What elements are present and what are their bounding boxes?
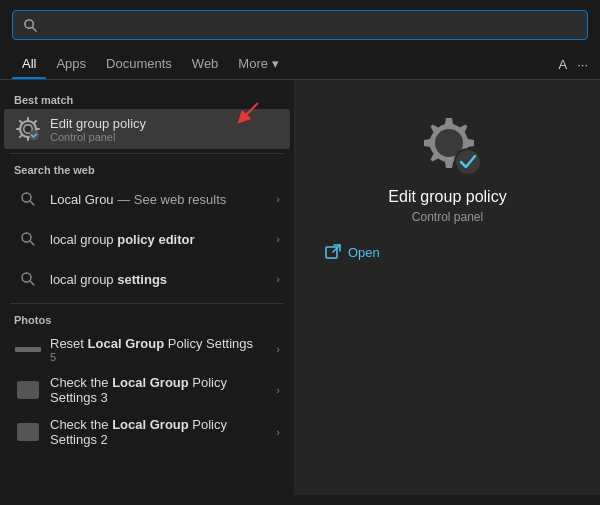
photo-title-1: Reset Local Group Policy Settings (50, 336, 268, 351)
photo-title-3: Check the Local Group Policy (50, 417, 268, 432)
svg-point-8 (22, 193, 31, 202)
svg-line-9 (31, 202, 35, 206)
tab-more[interactable]: More ▾ (228, 50, 288, 79)
photo-title-2d: Settings 3 (50, 390, 268, 405)
photo-title-2b: Local Group (112, 375, 189, 390)
photo-title-3b: Local Group (112, 417, 189, 432)
photo-title-2e: Settings (50, 390, 101, 405)
chevron-icon-5: › (276, 384, 280, 396)
photo-text-3: Check the Local Group Policy Settings 2 (50, 417, 268, 447)
web-search-label2-1: — See web results (114, 192, 227, 207)
photo-title-2c: Policy (189, 375, 227, 390)
detail-gear-icon (416, 110, 480, 174)
web-search-icon-1 (14, 185, 42, 213)
svg-point-4 (25, 126, 32, 133)
open-button[interactable]: Open (315, 244, 380, 260)
photo-subtitle-2: 3 (101, 390, 108, 405)
search-bar: Local Grou (12, 10, 588, 40)
web-label-normal-3: local group (50, 272, 117, 287)
chevron-icon-2: › (276, 233, 280, 245)
search-icon (23, 18, 38, 33)
main-content: Best match Edit group policy Control pan… (0, 80, 600, 495)
svg-line-7 (242, 103, 258, 119)
left-panel: Best match Edit group policy Control pan… (0, 80, 295, 495)
tab-apps[interactable]: Apps (46, 50, 96, 79)
tabs-bar: All Apps Documents Web More ▾ A ··· (0, 50, 600, 80)
svg-point-0 (25, 19, 33, 27)
chevron-icon-4: › (276, 343, 280, 355)
web-search-text-1: Local Grou — See web results (50, 192, 268, 207)
font-size-button[interactable]: A (558, 57, 567, 72)
photo-text-2: Check the Local Group Policy Settings 3 (50, 375, 268, 405)
photos-section: Photos (0, 308, 294, 329)
search-input[interactable]: Local Grou (46, 17, 577, 33)
best-match-item[interactable]: Edit group policy Control panel (4, 109, 290, 149)
photo-text-1: Reset Local Group Policy Settings 5 (50, 336, 268, 363)
photo-title-3a: Check the (50, 417, 112, 432)
svg-line-11 (31, 242, 35, 246)
web-label-bold-2: policy editor (117, 232, 194, 247)
open-label: Open (348, 245, 380, 260)
tab-web[interactable]: Web (182, 50, 229, 79)
gear-icon (14, 115, 42, 143)
web-search-text-3: local group settings (50, 272, 268, 287)
svg-point-10 (22, 233, 31, 242)
photo-thumb-1 (14, 335, 42, 363)
divider-1 (10, 153, 284, 154)
svg-point-12 (22, 273, 31, 282)
web-search-icon-3 (14, 265, 42, 293)
photo-item-2[interactable]: Check the Local Group Policy Settings 3 … (4, 369, 290, 411)
web-search-text-2: local group policy editor (50, 232, 268, 247)
web-search-item-3[interactable]: local group settings › (4, 259, 290, 299)
photo-item-1[interactable]: Reset Local Group Policy Settings 5 › (4, 329, 290, 369)
web-label-bold-3: settings (117, 272, 167, 287)
detail-title: Edit group policy (388, 188, 506, 206)
photo-title-3d: Settings 2 (50, 432, 268, 447)
web-search-item-1[interactable]: Local Grou — See web results › (4, 179, 290, 219)
chevron-icon-6: › (276, 426, 280, 438)
photo-thumb-2 (14, 376, 42, 404)
tabs-right: A ··· (558, 57, 588, 72)
arrow-annotation (224, 101, 260, 129)
open-icon (325, 244, 341, 260)
web-label-normal-2: local group (50, 232, 117, 247)
web-search-label1-1: Local Grou (50, 192, 114, 207)
chevron-icon-1: › (276, 193, 280, 205)
search-web-section: Search the web (0, 158, 294, 179)
web-search-icon-2 (14, 225, 42, 253)
tab-all[interactable]: All (12, 50, 46, 79)
best-match-subtitle: Control panel (50, 131, 280, 143)
divider-2 (10, 303, 284, 304)
web-search-title-1: Local Grou — See web results (50, 192, 268, 207)
photo-thumb-3 (14, 418, 42, 446)
svg-line-13 (31, 282, 35, 286)
photo-title-1a: Reset (50, 336, 88, 351)
tab-documents[interactable]: Documents (96, 50, 182, 79)
photo-item-3[interactable]: Check the Local Group Policy Settings 2 … (4, 411, 290, 453)
photo-title-3e: Settings (50, 432, 101, 447)
chevron-icon-3: › (276, 273, 280, 285)
more-options-button[interactable]: ··· (577, 57, 588, 72)
detail-subtitle: Control panel (412, 210, 483, 224)
right-panel: Edit group policy Control panel Open (295, 80, 600, 495)
svg-point-16 (455, 149, 481, 175)
photo-title-1b: Local Group (88, 336, 165, 351)
web-search-item-2[interactable]: local group policy editor › (4, 219, 290, 259)
photo-title-2a: Check the (50, 375, 112, 390)
web-search-title-3: local group settings (50, 272, 268, 287)
photo-title-3c: Policy (189, 417, 227, 432)
photo-title-2: Check the Local Group Policy (50, 375, 268, 390)
web-search-title-2: local group policy editor (50, 232, 268, 247)
svg-point-5 (29, 130, 39, 140)
svg-line-1 (33, 27, 36, 30)
photo-subtitle-3: 2 (101, 432, 108, 447)
photo-title-1c: Policy Settings (164, 336, 253, 351)
photo-subtitle-1: 5 (50, 351, 268, 363)
tabs-left: All Apps Documents Web More ▾ (12, 50, 289, 79)
